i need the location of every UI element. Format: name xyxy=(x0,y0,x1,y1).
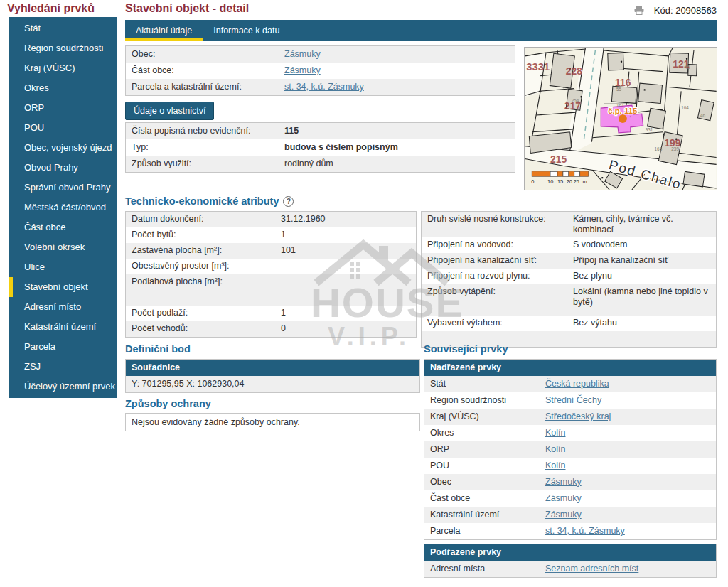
cadastral-map[interactable]: č.p. 115 Pod Chalo 333122821711612119921… xyxy=(524,47,717,190)
sidebar-item[interactable]: Obec, vojenský újezd xyxy=(9,138,117,158)
row-value: Střední Čechy xyxy=(540,392,716,409)
sidebar-item[interactable]: Region soudržnosti xyxy=(9,38,117,58)
sidebar-item[interactable]: Parcela xyxy=(9,337,117,357)
row-value: Kolín xyxy=(540,441,716,458)
map-label: 15 xyxy=(557,178,563,185)
row-label: Počet bytů: xyxy=(126,227,275,243)
row-value: Zásmuky xyxy=(279,46,515,63)
row-value xyxy=(275,259,416,274)
sidebar-menu: StátRegion soudržnostiKraj (VÚSC)OkresOR… xyxy=(9,17,117,398)
row-value: 1 xyxy=(275,227,416,243)
row-label: Stát xyxy=(424,376,540,392)
tab[interactable]: Aktuální údaje xyxy=(125,20,203,41)
printer-icon[interactable] xyxy=(634,6,644,15)
row-value: Lokální (kamna nebo jiné topidlo v bytě) xyxy=(567,284,716,316)
table-row: Způsob vytápění:Lokální (kamna nebo jiné… xyxy=(422,284,716,316)
map-label: 164 xyxy=(681,105,689,110)
related-label: Související prvky xyxy=(424,343,508,355)
value-link[interactable]: Zásmuky xyxy=(545,493,582,503)
map-label: 215 xyxy=(550,154,567,165)
value-link[interactable]: Česká republika xyxy=(545,379,609,389)
sidebar-item[interactable]: Okres xyxy=(9,78,117,98)
table-row: OkresKolín xyxy=(424,425,716,441)
sidebar-item[interactable]: Účelový územní prvek xyxy=(9,377,117,397)
value-link[interactable]: Střední Čechy xyxy=(545,395,601,405)
row-label: POU xyxy=(424,458,540,474)
map-label: 10 xyxy=(547,178,553,185)
value-link[interactable]: st. 34, k.ú. Zásmuky xyxy=(545,526,625,536)
definition-point-marker xyxy=(619,114,627,123)
sidebar-item[interactable]: Správní obvod Prahy xyxy=(9,178,117,198)
row-label: Podlahová plocha [m²]: xyxy=(126,274,275,306)
code-label: Kód: 20908563 xyxy=(654,5,717,16)
tech-table-right: Druh svislé nosné konstrukce:Kámen, cihl… xyxy=(421,211,717,348)
sidebar-item[interactable]: Část obce xyxy=(9,217,117,237)
row-label: Okres xyxy=(424,425,540,441)
row-value: st. 34, k.ú. Zásmuky xyxy=(540,523,716,539)
row-value: 101 xyxy=(275,243,416,259)
row-value: 115 xyxy=(279,123,515,139)
value-link[interactable]: Zásmuky xyxy=(545,477,582,487)
protection-box: Nejsou evidovány žádné způsoby ochrany. xyxy=(125,413,420,431)
sidebar-item[interactable]: Stát xyxy=(9,18,117,38)
row-label: Datum dokončení: xyxy=(126,212,275,227)
value-link[interactable]: Kolín xyxy=(545,444,566,454)
row-label: Parcela a katastrální území: xyxy=(126,79,279,95)
map-label: 254 xyxy=(572,98,579,103)
sidebar-item[interactable]: Kraj (VÚSC) xyxy=(9,58,117,78)
value-link[interactable]: Kolín xyxy=(545,461,566,470)
help-icon[interactable]: ? xyxy=(283,196,294,207)
table-row: Připojení na rozvod plynu:Bez plynu xyxy=(422,269,716,284)
table-row: POUKolín xyxy=(424,458,716,474)
table-row: Katastrální územíZásmuky xyxy=(424,507,716,523)
row-value: Seznam adresních míst xyxy=(540,561,716,577)
value-link[interactable]: Středočeský kraj xyxy=(545,411,611,421)
location-table: Obec:ZásmukyČást obce:ZásmukyParcela a k… xyxy=(125,45,515,96)
value-link[interactable]: st. 34, k.ú. Zásmuky xyxy=(284,82,364,92)
ownership-button[interactable]: Údaje o vlastnictví xyxy=(125,102,214,120)
sidebar-item[interactable]: Ulice xyxy=(9,257,117,277)
sidebar-item[interactable]: Katastrální území xyxy=(9,317,117,337)
table-row: Parcela a katastrální území:st. 34, k.ú.… xyxy=(126,79,515,95)
map-label: 3331 xyxy=(526,61,550,72)
tech-section-title: Technicko-ekonomické atributy ? xyxy=(125,195,294,207)
map-label: 25 xyxy=(574,178,579,185)
map-label: 239 xyxy=(671,146,679,151)
table-row: Obec:Zásmuky xyxy=(126,46,515,63)
value-link[interactable]: Zásmuky xyxy=(284,65,321,75)
definition-point-label: Definiční bod xyxy=(125,343,191,355)
table-row: Část obce:Zásmuky xyxy=(126,63,515,79)
row-label: Způsob využití: xyxy=(126,156,279,172)
sidebar-item[interactable]: ZSJ xyxy=(9,357,117,377)
row-value xyxy=(567,331,716,347)
page-title: Stavební objekt - detail xyxy=(125,2,249,15)
row-value: st. 34, k.ú. Zásmuky xyxy=(279,79,515,95)
value-link[interactable]: Seznam adresních míst xyxy=(545,564,638,573)
sidebar-item[interactable]: Městská část/obvod xyxy=(9,198,117,217)
table-row: Podlahová plocha [m²]: xyxy=(126,274,416,306)
sidebar-item[interactable]: ORP xyxy=(9,98,117,118)
row-value: Kámen, cihly, tvárnice vč. kombinací xyxy=(567,212,716,237)
value-link[interactable]: Zásmuky xyxy=(545,510,582,519)
map-label: 165 xyxy=(655,146,663,151)
row-label: Region soudržnosti xyxy=(424,392,540,409)
sidebar-item[interactable]: Volební okrsek xyxy=(9,237,117,257)
protection-label: Způsoby ochrany xyxy=(125,398,211,409)
tab[interactable]: Informace k datu xyxy=(203,20,290,41)
protection-text: Nejsou evidovány žádné způsoby ochrany. xyxy=(132,417,300,427)
parent-elements-table: Nadřazené prvky StátČeská republikaRegio… xyxy=(424,359,717,540)
sidebar-item[interactable]: Stavební objekt xyxy=(9,277,117,297)
sidebar-item[interactable]: POU xyxy=(9,118,117,138)
sidebar-title: Vyhledání prvků xyxy=(7,2,95,15)
row-label: Obestavěný prostor [m³]: xyxy=(126,259,275,274)
page: Vyhledání prvků Stavební objekt - detail… xyxy=(0,0,728,587)
sidebar-item[interactable]: Adresní místo xyxy=(9,297,117,317)
table-row: Kraj (VÚSC)Středočeský kraj xyxy=(424,409,716,425)
value-link[interactable]: Kolín xyxy=(545,428,566,438)
table-row: Část obceZásmuky xyxy=(424,490,716,507)
row-label: Část obce xyxy=(424,490,540,507)
definition-point-title: Definiční bod xyxy=(125,343,191,355)
value-link[interactable]: Zásmuky xyxy=(284,49,321,59)
row-label: Připojení na kanalizační síť: xyxy=(422,253,567,269)
sidebar-item[interactable]: Obvod Prahy xyxy=(9,158,117,178)
